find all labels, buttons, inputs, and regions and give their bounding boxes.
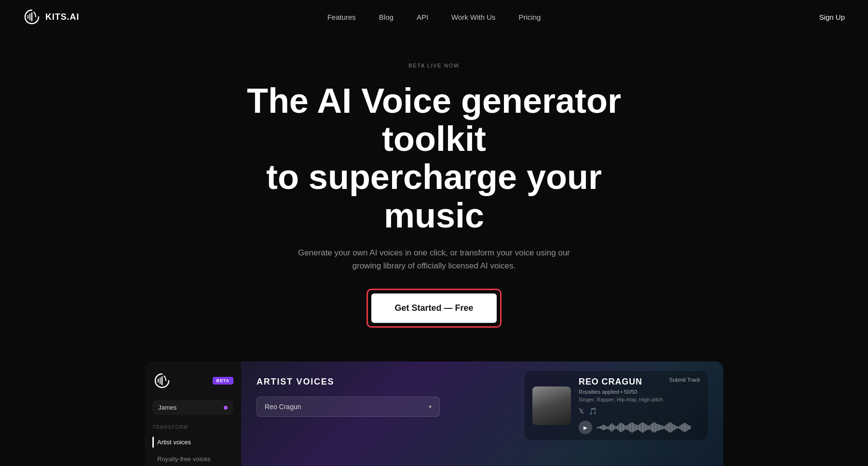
user-status-dot xyxy=(224,406,228,410)
artist-info: REO CRAGUN Submit Track Royalties applie… xyxy=(579,377,700,434)
waveform-bar xyxy=(607,426,608,429)
navbar: KITS.AI Features Blog API Work With Us P… xyxy=(0,0,868,34)
nav-pricing[interactable]: Pricing xyxy=(518,13,541,21)
waveform-bar xyxy=(636,425,637,430)
waveform-row: ▶ xyxy=(579,421,700,434)
artist-photo-inner xyxy=(532,386,571,425)
waveform-bar xyxy=(681,425,682,430)
artist-name: REO CRAGUN xyxy=(579,377,642,387)
waveform-bar xyxy=(685,423,686,432)
waveform-bar xyxy=(679,426,680,429)
user-name: James xyxy=(158,404,176,411)
waveform-bar xyxy=(635,424,636,431)
waveform-bar xyxy=(623,424,624,431)
waveform-bar xyxy=(606,426,607,429)
waveform-bar xyxy=(604,425,605,430)
nav-work-with-us[interactable]: Work With Us xyxy=(451,13,495,21)
artist-photo xyxy=(532,386,571,425)
waveform-bar xyxy=(678,426,679,428)
waveform-bar xyxy=(648,425,649,430)
nav-links: Features Blog API Work With Us Pricing xyxy=(327,13,541,21)
sidebar-item-royalty-free[interactable]: Royalty-free voices xyxy=(152,452,233,466)
waveform-bar xyxy=(651,424,651,431)
nav-features[interactable]: Features xyxy=(327,13,356,21)
sidebar-item-artist-voices[interactable]: Artist voices xyxy=(152,435,233,450)
waveform-bar xyxy=(611,423,612,432)
sidebar: BETA James TRANSFORM Artist voices Royal… xyxy=(145,361,241,466)
nav-blog[interactable]: Blog xyxy=(379,13,393,21)
waveform-bar xyxy=(675,426,676,429)
waveform-bar xyxy=(597,427,598,428)
voice-selector-value: Reo Cragun xyxy=(265,403,301,411)
chevron-down-icon: ▾ xyxy=(429,403,432,410)
waveform-bar xyxy=(669,422,670,433)
main-panel: ARTIST VOICES Reo Cragun ▾ REO CRAGUN Su… xyxy=(241,361,723,466)
waveform-bar xyxy=(627,425,628,430)
waveform-bar xyxy=(652,423,653,432)
sidebar-logo-icon xyxy=(152,371,172,390)
user-row[interactable]: James xyxy=(152,400,233,415)
submit-track-button[interactable]: Submit Track xyxy=(669,377,700,383)
waveform-bar xyxy=(624,425,625,430)
waveform-bar xyxy=(666,424,667,431)
waveform-bar xyxy=(659,425,660,430)
artist-royalties: Royalties applied • 50/50 xyxy=(579,389,700,395)
sidebar-header: BETA xyxy=(152,371,233,390)
cta-button[interactable]: Get Started — Free xyxy=(371,293,496,323)
artist-social: 𝕏 🎵 xyxy=(579,407,700,415)
waveform-bar xyxy=(672,424,673,431)
waveform xyxy=(597,421,691,434)
waveform-bar xyxy=(610,424,611,431)
waveform-bar xyxy=(665,425,666,430)
waveform-bar xyxy=(603,425,604,430)
signup-button[interactable]: Sign Up xyxy=(819,13,845,21)
waveform-bar xyxy=(655,423,656,432)
waveform-bar xyxy=(601,426,602,429)
waveform-bar xyxy=(598,426,599,428)
waveform-bar xyxy=(684,423,685,432)
waveform-bar xyxy=(620,423,621,432)
preview-wrapper: BETA James TRANSFORM Artist voices Royal… xyxy=(145,361,723,466)
waveform-bar xyxy=(632,422,633,433)
waveform-bar xyxy=(619,424,620,431)
hero-subtitle: Generate your own AI voices in one click… xyxy=(289,246,579,272)
waveform-bar xyxy=(653,422,654,433)
waveform-bar xyxy=(688,425,689,430)
waveform-bar xyxy=(656,424,657,431)
waveform-bar xyxy=(649,426,650,429)
voice-selector[interactable]: Reo Cragun ▾ xyxy=(257,397,440,417)
hero-title: The AI Voice generator toolkit to superc… xyxy=(217,82,651,235)
waveform-bar xyxy=(658,424,659,431)
preview-section: BETA James TRANSFORM Artist voices Royal… xyxy=(101,361,767,466)
waveform-bar xyxy=(668,423,669,432)
logo-icon xyxy=(23,8,41,26)
cta-wrapper: Get Started — Free xyxy=(371,293,496,323)
waveform-bar xyxy=(640,423,641,432)
waveform-bar xyxy=(626,426,627,429)
beta-badge: BETA LIVE NOW xyxy=(408,63,460,68)
artist-card: REO CRAGUN Submit Track Royalties applie… xyxy=(525,371,708,440)
waveform-bar xyxy=(687,424,688,431)
play-button[interactable]: ▶ xyxy=(579,421,592,434)
nav-api[interactable]: API xyxy=(417,13,428,21)
waveform-bar xyxy=(622,423,623,432)
waveform-bar xyxy=(642,422,643,433)
spotify-icon[interactable]: 🎵 xyxy=(589,407,597,415)
waveform-bar xyxy=(614,426,615,429)
waveform-bar xyxy=(616,426,617,429)
twitter-icon[interactable]: 𝕏 xyxy=(579,407,584,415)
waveform-bar xyxy=(600,426,601,429)
logo[interactable]: KITS.AI xyxy=(23,8,79,26)
artist-tags: Singer, Rapper, Hip-Hop, High-pitch xyxy=(579,397,700,402)
transform-label: TRANSFORM xyxy=(152,425,233,430)
waveform-bar xyxy=(646,425,647,430)
waveform-bar xyxy=(645,424,646,431)
waveform-bar xyxy=(643,423,644,432)
waveform-bar xyxy=(682,424,683,431)
logo-text: KITS.AI xyxy=(45,12,79,22)
waveform-bar xyxy=(613,425,614,430)
beta-pill: BETA xyxy=(213,377,233,385)
waveform-bar xyxy=(674,425,675,430)
waveform-bar xyxy=(677,426,678,429)
waveform-bar xyxy=(617,425,618,430)
